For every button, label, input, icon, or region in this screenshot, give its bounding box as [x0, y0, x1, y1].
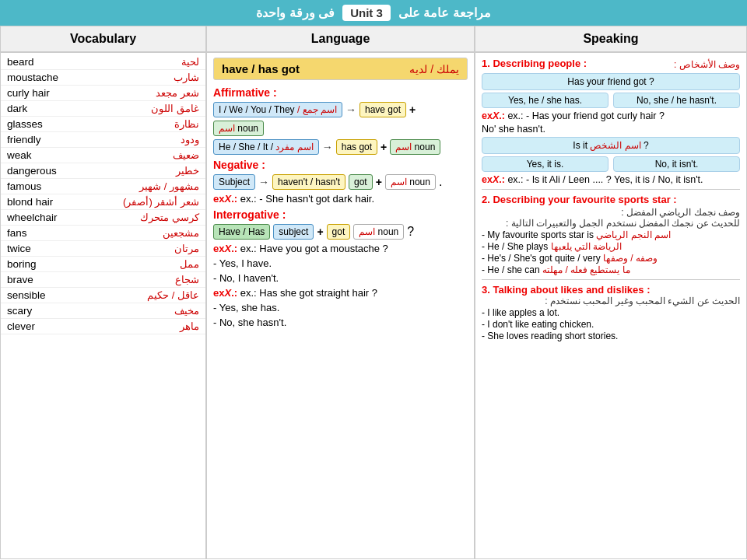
have-has-english: have / has got [222, 62, 300, 75]
noun-box1: اسم noun [213, 121, 264, 136]
speak-s2-item2: - He / She plays الرياضة التي يلعبها [482, 241, 740, 252]
vocab-item: cleverماهر [1, 319, 205, 334]
speak-s2-title: 2. Describing your favourite sports star… [482, 194, 677, 205]
have-got-box: have got [359, 102, 406, 117]
subject-interrog-box: subject [273, 224, 314, 240]
speak-s3-item2: - I don't like eating chicken. [482, 319, 740, 330]
speak-s2-intro-ar: للحديث عن نجمك المفضل نستخدم الجمل والتع… [482, 218, 740, 229]
divider2 [482, 279, 740, 280]
page-header: مراجعة عامة على Unit 3 فى ورقة واحدة [0, 0, 747, 26]
noun-box-neg: اسم noun [385, 174, 436, 190]
vocab-item: twiceمرتان [1, 241, 205, 257]
affirmative-title: Affirmative : [213, 86, 468, 99]
speak-s2-item1: - My favourite sports star is اسم النجم … [482, 229, 740, 240]
noun-interrog-box: اسم noun [353, 224, 404, 240]
vocab-item: braveشجاع [1, 272, 205, 288]
speak-s1-ex2: exX.: ex.: - Is it Ali / Leen .... ? Yes… [482, 174, 740, 185]
have-has-box: have / has got يملك / لديه [213, 58, 468, 80]
vocab-item: moustacheشارب [1, 70, 205, 86]
noun-box2: اسم noun [390, 139, 440, 155]
vocab-item: friendlyودود [1, 132, 205, 148]
vocab-item: fansمشجعين [1, 226, 205, 241]
speak-s2-item4: - He / she can ما يستطيع فعله / مهلته [482, 264, 740, 275]
speak-s3-item3: - She loves reading short stories. [482, 331, 740, 341]
speak-s1-ex1: exX.: ex.: - Has your friend got curly h… [482, 110, 740, 121]
language-column: Language have / has got يملك / لديه Affi… [207, 26, 475, 558]
vocab-item: scaryمخيف [1, 303, 205, 319]
vocab-item: weakضعيف [1, 148, 205, 163]
plus1: + [409, 103, 416, 116]
subject-singular-box: He / She / It / اسم مفرد [213, 139, 319, 155]
language-header: Language [207, 26, 474, 53]
got-box: got [349, 174, 373, 190]
header-arabic-sub: فى ورقة واحدة [256, 5, 335, 20]
speak-section2: 2. Describing your favourite sports star… [482, 194, 740, 275]
has-got-box: has got [336, 139, 377, 155]
plus2: + [381, 141, 387, 153]
divider1 [482, 189, 740, 190]
interrog-example1-no: - No, I haven't. [213, 272, 468, 284]
speak-s2-item3: - He's / She's got quite / very وصفه / و… [482, 253, 740, 264]
interrog-example1-q: exX.: ex.: Have you got a moustache ? [213, 243, 468, 254]
speak-s1-title: 1. Describing people : [482, 58, 587, 69]
speak-section3: 3. Talking about likes and dislikes : ال… [482, 284, 740, 341]
negative-example: exX.: ex.: - She hasn't got dark hair. [213, 193, 468, 205]
speak-s1-q1: Has your friend got ? [482, 73, 740, 90]
speaking-body: 1. Describing people : وصف الأشخاص : Has… [475, 53, 746, 347]
speak-s1-ex1-ans: No' she hasn't. [482, 124, 740, 135]
interrog-example1-yes: - Yes, I have. [213, 257, 468, 269]
have-has-interrog-box: Have / Has [213, 224, 270, 240]
have-has-arabic: يملك / لديه [409, 63, 459, 75]
vocab-item: beardلحية [1, 54, 205, 70]
speak-s1-answers1: Yes, he / she has. No, she / he hasn't. [482, 93, 740, 108]
vocab-item: dangerousخطير [1, 163, 205, 179]
affirmative-row2: He / She / It / اسم مفرد → has got + اسم… [213, 139, 468, 155]
speak-s1-q2: Is it اسم الشخص ? [482, 137, 740, 154]
speak-s1-ans3: Yes, it is. [482, 156, 608, 172]
vocab-item: blond hairشعر أشقر (أصفر) [1, 194, 205, 210]
speaking-header: Speaking [475, 26, 746, 53]
header-arabic-main: مراجعة عامة على [398, 5, 491, 20]
speak-s1-ans2: No, she / he hasn't. [613, 93, 740, 108]
vocab-item: famousمشهور / شهير [1, 179, 205, 194]
speak-s3-title: 3. Talking about likes and dislikes : [482, 284, 651, 296]
unit-badge: Unit 3 [342, 5, 391, 21]
speak-section1: 1. Describing people : وصف الأشخاص : Has… [482, 58, 740, 185]
vocabulary-list: beardلحيةmoustacheشاربcurly hairشعر مجعد… [1, 53, 205, 558]
speak-s1-ans4: No, it isn't. [613, 156, 740, 172]
arrow1: → [345, 103, 356, 116]
affirmative-row1: I / We / You / They / اسم جمع → have got… [213, 102, 468, 136]
speak-s1-title-ar: وصف الأشخاص : [674, 59, 740, 70]
interrogative-title: Interrogative : [213, 208, 468, 221]
negative-title: Negative : [213, 159, 468, 171]
main-grid: Vocabulary beardلحيةmoustacheشاربcurly h… [0, 26, 747, 559]
negative-row: Subject → haven't / hasn't got + اسم nou… [213, 174, 468, 190]
interrog-example2-q: exX.: ex.: Has she got straight hair ? [213, 287, 468, 299]
vocabulary-column: Vocabulary beardلحيةmoustacheشاربcurly h… [1, 26, 207, 558]
subject-plural-box: I / We / You / They / اسم جمع [213, 102, 342, 117]
speak-s1-answers2: Yes, it is. No, it isn't. [482, 156, 740, 172]
vocab-item: darkغامق اللون [1, 101, 205, 117]
vocab-item: boringممل [1, 257, 205, 272]
vocabulary-header: Vocabulary [1, 26, 205, 53]
vocab-item: glassesنظارة [1, 117, 205, 132]
speaking-column: Speaking 1. Describing people : وصف الأش… [475, 26, 746, 558]
got-interrog-box: got [327, 224, 351, 240]
speak-s1-ans1: Yes, he / she has. [482, 93, 608, 108]
speak-s3-item1: - I like apples a lot. [482, 307, 740, 318]
vocab-item: curly hairشعر مجعد [1, 86, 205, 101]
interrogative-row: Have / Has subject + got اسم noun ? [213, 224, 468, 240]
subject-box-neg: Subject [213, 174, 255, 190]
vocab-item: wheelchairكرسي متحرك [1, 210, 205, 226]
language-body: have / has got يملك / لديه Affirmative :… [207, 53, 474, 336]
speak-s2-title-ar: وصف نجمك الرياضي المفضل : [482, 207, 740, 218]
interrog-example2-no: - No, she hasn't. [213, 317, 468, 328]
arrow2: → [322, 141, 333, 153]
havent-hasnt-box: haven't / hasn't [272, 174, 345, 190]
interrog-example2-yes: - Yes, she has. [213, 302, 468, 313]
speak-s3-title-ar: الحديث عن الشيء المحبب وغير المحبب نستخد… [482, 296, 740, 306]
vocab-item: sensibleعاقل / حكيم [1, 288, 205, 303]
